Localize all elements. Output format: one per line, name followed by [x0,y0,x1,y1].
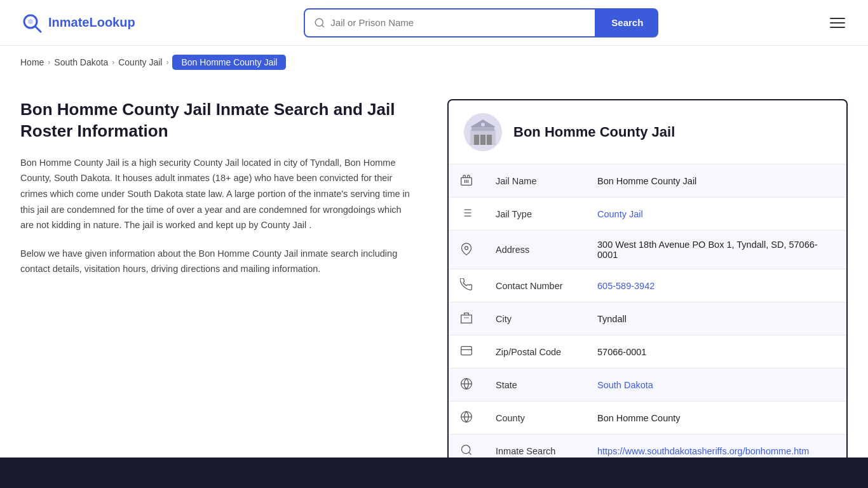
field-value[interactable]: 605-589-3942 [586,269,846,302]
globe-icon [449,369,484,402]
svg-rect-6 [474,135,479,145]
search-box [304,8,596,37]
field-label: Address [484,231,586,269]
table-row: Jail TypeCounty Jail [449,198,846,231]
field-label: Jail Name [484,165,586,198]
search-icon [314,17,325,29]
jail-avatar [464,113,502,151]
svg-rect-8 [487,135,492,145]
city-icon [449,302,484,336]
county-icon [449,402,484,435]
left-column: Bon Homme County Jail Inmate Search and … [20,99,427,468]
field-value: Bon Homme County Jail [586,165,846,198]
card-title: Bon Homme County Jail [513,124,675,140]
table-row: Jail NameBon Homme County Jail [449,165,846,198]
phone-icon [449,269,484,302]
jail-icon [449,165,484,198]
breadcrumb-home[interactable]: Home [20,57,44,67]
jail-building-icon [468,117,498,147]
field-value[interactable]: County Jail [586,198,846,231]
svg-point-33 [462,445,470,454]
card-header: Bon Homme County Jail [449,100,846,165]
table-row: CountyBon Homme County [449,402,846,435]
description-paragraph-2: Below we have given information about th… [20,246,412,277]
svg-rect-27 [461,346,472,355]
table-row: Zip/Postal Code57066-0001 [449,336,846,369]
svg-point-22 [465,246,468,249]
breadcrumb-state[interactable]: South Dakota [54,57,108,67]
breadcrumb-current: Bon Homme County Jail [172,55,286,70]
main-content: Bon Homme County Jail Inmate Search and … [0,79,868,488]
breadcrumb-type[interactable]: County Jail [118,57,162,67]
zip-icon [449,336,484,369]
svg-point-2 [28,19,33,24]
field-label: City [484,302,586,336]
table-row: StateSouth Dakota [449,369,846,402]
field-label: Jail Type [484,198,586,231]
svg-line-1 [35,26,41,32]
footer-strip [0,458,868,488]
svg-line-34 [469,452,471,455]
field-value[interactable]: South Dakota [586,369,846,402]
field-label: Contact Number [484,269,586,302]
svg-rect-7 [480,135,485,145]
location-icon [449,231,484,269]
right-column: Bon Homme County Jail Jail NameBon Homme… [447,99,848,468]
field-label: State [484,369,586,402]
chevron-icon: › [112,58,114,67]
field-value: Bon Homme County [586,402,846,435]
search-button[interactable]: Search [596,8,658,37]
hamburger-menu[interactable] [827,15,848,30]
svg-point-11 [481,123,485,126]
list-icon [449,198,484,231]
logo-text: InmateLookup [48,15,135,30]
svg-rect-23 [461,315,472,323]
svg-line-4 [322,25,324,27]
info-table: Jail NameBon Homme County JailJail TypeC… [449,165,846,467]
table-row: Contact Number605-589-3942 [449,269,846,302]
field-value: 300 West 18th Avenue PO Box 1, Tyndall, … [586,231,846,269]
field-label: County [484,402,586,435]
page-title: Bon Homme County Jail Inmate Search and … [20,99,412,142]
description-paragraph-1: Bon Homme County Jail is a high security… [20,155,412,233]
field-value: Tyndall [586,302,846,336]
chevron-icon: › [166,58,168,67]
logo-icon [20,11,43,34]
search-area: Search [304,8,658,37]
field-value: 57066-0001 [586,336,846,369]
chevron-icon: › [48,58,50,67]
header: InmateLookup Search [0,0,868,46]
svg-rect-9 [471,127,494,131]
breadcrumb: Home › South Dakota › County Jail › Bon … [0,46,868,79]
svg-point-3 [316,18,323,26]
info-card: Bon Homme County Jail Jail NameBon Homme… [447,99,848,468]
table-row: Address300 West 18th Avenue PO Box 1, Ty… [449,231,846,269]
table-row: CityTyndall [449,302,846,336]
field-label: Zip/Postal Code [484,336,586,369]
search-input[interactable] [330,17,586,28]
logo[interactable]: InmateLookup [20,11,135,34]
